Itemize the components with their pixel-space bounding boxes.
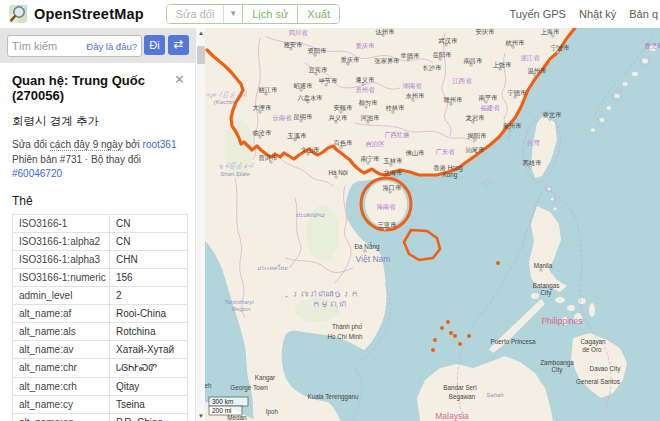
tag-key[interactable]: admin_level (13, 286, 110, 304)
map-label: 海南省 (377, 203, 397, 211)
map-label: 遵义市 (356, 76, 375, 83)
edited-user-link[interactable]: root361 (143, 139, 177, 150)
city-dot (362, 83, 364, 85)
edit-button[interactable]: Sửa đổi (167, 5, 224, 23)
relation-panel: Quan hệ: Trung Quốc (270056) ✕ 회령시 경계 추가… (0, 63, 195, 421)
map-label: Malaysia (435, 411, 469, 421)
map-label: Davao City (590, 365, 622, 373)
map-label: General Santos (576, 378, 620, 385)
map-label: 鹿児島 (645, 42, 660, 50)
city-dot (557, 51, 559, 53)
edit-dropdown-caret[interactable]: ▼ (223, 5, 243, 23)
map-label: 玉溪市 (287, 132, 307, 140)
map-label: 六盘水市 (297, 94, 322, 101)
tag-key: ISO3166-1:numeric (13, 268, 110, 286)
tag-row: ISO3166-1 CN (13, 214, 188, 232)
tag-value: CN (110, 214, 188, 232)
city-dot (335, 121, 337, 123)
map-label: Việt Nam (356, 254, 391, 264)
city-dot (364, 250, 366, 252)
tag-row: alt_name:cy Tseina (13, 395, 188, 413)
map-label: 桂林市 (385, 104, 405, 112)
edited-by: bởi (125, 139, 139, 150)
nav-diary[interactable]: Nhật ký (579, 8, 616, 20)
tag-row: ISO3166-1:alpha3 CHN (13, 250, 188, 268)
map-label: Tanintharyi (224, 299, 254, 305)
map-label: 温州市 (528, 67, 547, 75)
city-dot (290, 48, 292, 50)
map-label: 湖南省 (403, 82, 423, 89)
map-label: កម្ពុជា (312, 299, 346, 309)
tag-row: alt_name:als Rotchina (13, 322, 188, 340)
edit-metadata: Sửa đổi cách đây 9 ngày bởi root361 Phiê… (0, 129, 195, 182)
search-input[interactable] (8, 40, 86, 52)
header-button-group: Sửa đổi ▼ Lịch sử Xuất (166, 4, 340, 24)
map-label: 武汉市 (438, 37, 458, 45)
map-label: 北海市 (384, 169, 403, 177)
scale-mi-label: 200 mi (212, 407, 232, 414)
map-label: 龙岩市 (466, 114, 485, 121)
city-dot (412, 99, 414, 101)
city-dot (265, 93, 267, 95)
scale-km-label: 300 km (212, 398, 233, 405)
map-label: Begawan (449, 393, 476, 401)
changeset-link[interactable]: #60046720 (12, 168, 62, 179)
search-go-button[interactable]: Đi (144, 35, 165, 55)
city-dot (485, 101, 487, 103)
map-container[interactable]: 四川省雅安市资阳市重庆市重庆市达州市安庆市张家界市常德市宜宾市毕节市遵义市丽江市… (205, 28, 660, 421)
map-label: 贵州省 (356, 86, 376, 93)
city-dot (534, 74, 536, 76)
map-label: 兴义市 (329, 114, 348, 121)
tag-value: Qitay (110, 377, 188, 395)
tag-key[interactable]: alt_name:en (13, 413, 110, 421)
city-dot (549, 118, 551, 120)
map-label: 佛山市 (406, 149, 425, 156)
map-label: Sabah (486, 392, 504, 398)
city-dot (307, 153, 309, 155)
tag-value: 156 (110, 268, 188, 286)
nav-gps-traces[interactable]: Tuyến GPS (510, 8, 566, 20)
map-label: 揭阳市 (468, 132, 487, 140)
city-dot (499, 68, 501, 70)
tags-table-body: ISO3166-1 CN ISO3166-1:alpha2 CN ISO3166… (13, 214, 188, 421)
map-label: 永州市 (406, 92, 425, 99)
directions-button[interactable]: ⇄ (168, 35, 189, 55)
tag-value[interactable]: 2 (110, 286, 188, 304)
city-dot (300, 89, 302, 91)
export-button[interactable]: Xuất (298, 5, 339, 23)
map-label: 安庆市 (476, 28, 495, 35)
map[interactable]: 四川省雅安市资阳市重庆市重庆市达州市安庆市张家界市常德市宜宾市毕节市遵义市丽江市… (205, 28, 660, 421)
close-icon[interactable]: ✕ (174, 73, 185, 86)
city-dot (365, 106, 367, 108)
map-label: 台灣 (527, 139, 540, 147)
changeset-label: · Bộ thay đổi (82, 154, 141, 165)
city-dot (367, 121, 369, 123)
highlighted-island-dot (496, 261, 500, 265)
tags-table: ISO3166-1 CN ISO3166-1:alpha2 CN ISO3166… (12, 214, 188, 421)
highlighted-island-dot (440, 326, 444, 330)
nav-copyright[interactable]: Bản q (629, 8, 658, 20)
tag-value: Tseina (110, 395, 188, 413)
map-label: 赣州市 (444, 96, 463, 103)
history-button[interactable]: Lịch sử (243, 5, 298, 23)
where-am-i-link[interactable]: Đây là đâu? (86, 41, 141, 52)
map-label: 四川省 (289, 29, 309, 37)
tag-key: alt_name:av (13, 340, 110, 358)
tag-key: alt_name:crh (13, 377, 110, 395)
highlighted-island-dot (467, 334, 471, 338)
map-label: 岳阳市 (433, 51, 452, 59)
city-dot (474, 139, 476, 141)
map-label: 大理市 (253, 104, 272, 111)
highlighted-island-dot (449, 331, 453, 335)
changeset-comment: 회령시 경계 추가 (0, 103, 195, 129)
map-label: Kong (443, 171, 458, 179)
scrollbar-thumb[interactable] (197, 46, 205, 64)
city-dot (407, 59, 409, 61)
map-label: 宁波市 (551, 44, 570, 52)
map-label: 云南省 (273, 114, 293, 121)
city-dot (347, 63, 349, 65)
map-label: Region (231, 306, 251, 312)
tag-row: ISO3166-1:alpha2 CN (13, 232, 188, 250)
relation-title: Quan hệ: Trung Quốc (270056) (12, 73, 174, 103)
map-label: 雅安市 (284, 41, 303, 49)
